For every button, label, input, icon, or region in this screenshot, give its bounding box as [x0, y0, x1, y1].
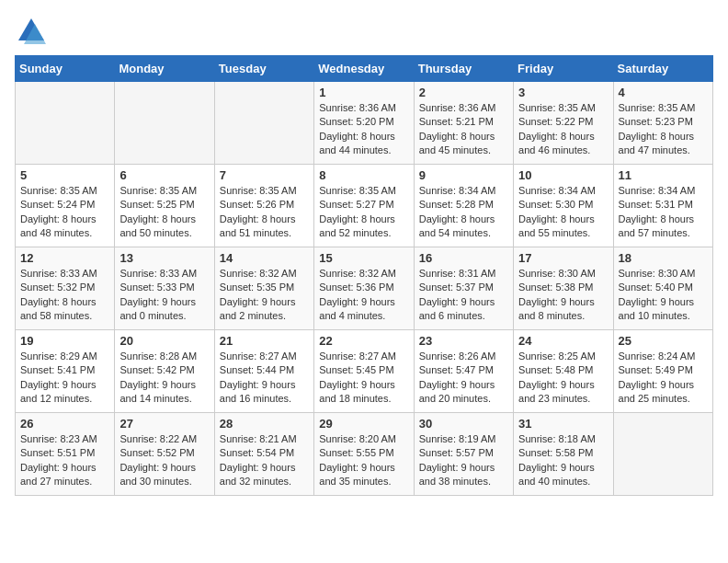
day-info: Sunrise: 8:19 AMSunset: 5:57 PMDaylight:…	[419, 432, 508, 489]
day-info: Sunrise: 8:27 AMSunset: 5:45 PMDaylight:…	[319, 350, 408, 407]
day-info: Sunrise: 8:33 AMSunset: 5:33 PMDaylight:…	[119, 267, 209, 324]
calendar-cell: 10Sunrise: 8:34 AMSunset: 5:30 PMDayligh…	[514, 165, 613, 247]
calendar-cell: 20Sunrise: 8:28 AMSunset: 5:42 PMDayligh…	[115, 330, 214, 413]
calendar-cell: 21Sunrise: 8:27 AMSunset: 5:44 PMDayligh…	[214, 330, 313, 413]
calendar-cell: 16Sunrise: 8:31 AMSunset: 5:37 PMDayligh…	[414, 247, 513, 330]
page-header	[15, 15, 713, 48]
day-info: Sunrise: 8:20 AMSunset: 5:55 PMDaylight:…	[319, 432, 408, 489]
day-info: Sunrise: 8:36 AMSunset: 5:20 PMDaylight:…	[319, 101, 408, 158]
weekday-header-row: SundayMondayTuesdayWednesdayThursdayFrid…	[16, 56, 713, 82]
day-info: Sunrise: 8:30 AMSunset: 5:38 PMDaylight:…	[518, 267, 608, 324]
day-info: Sunrise: 8:35 AMSunset: 5:27 PMDaylight:…	[319, 184, 408, 241]
day-number: 29	[319, 417, 408, 431]
weekday-header-saturday: Saturday	[613, 56, 712, 82]
calendar-cell: 24Sunrise: 8:25 AMSunset: 5:48 PMDayligh…	[514, 330, 613, 413]
calendar-cell: 19Sunrise: 8:29 AMSunset: 5:41 PMDayligh…	[16, 330, 115, 413]
calendar-cell: 14Sunrise: 8:32 AMSunset: 5:35 PMDayligh…	[214, 247, 313, 330]
weekday-header-thursday: Thursday	[414, 56, 513, 82]
calendar-cell: 29Sunrise: 8:20 AMSunset: 5:55 PMDayligh…	[314, 413, 414, 496]
calendar-cell: 26Sunrise: 8:23 AMSunset: 5:51 PMDayligh…	[16, 413, 115, 496]
week-row-3: 12Sunrise: 8:33 AMSunset: 5:32 PMDayligh…	[16, 247, 713, 330]
calendar-table: SundayMondayTuesdayWednesdayThursdayFrid…	[15, 55, 713, 496]
calendar-cell: 30Sunrise: 8:19 AMSunset: 5:57 PMDayligh…	[414, 413, 513, 496]
weekday-header-tuesday: Tuesday	[214, 56, 313, 82]
day-info: Sunrise: 8:35 AMSunset: 5:23 PMDaylight:…	[619, 101, 708, 158]
calendar-cell: 12Sunrise: 8:33 AMSunset: 5:32 PMDayligh…	[16, 247, 115, 330]
day-info: Sunrise: 8:36 AMSunset: 5:21 PMDaylight:…	[419, 101, 508, 158]
calendar-cell: 5Sunrise: 8:35 AMSunset: 5:24 PMDaylight…	[16, 165, 115, 247]
day-number: 5	[20, 168, 109, 182]
week-row-1: 1Sunrise: 8:36 AMSunset: 5:20 PMDaylight…	[16, 82, 713, 165]
calendar-cell: 7Sunrise: 8:35 AMSunset: 5:26 PMDaylight…	[214, 165, 313, 247]
day-number: 12	[20, 251, 109, 265]
day-number: 1	[319, 86, 408, 99]
calendar-cell	[214, 82, 313, 165]
day-info: Sunrise: 8:33 AMSunset: 5:32 PMDaylight:…	[20, 267, 109, 324]
day-info: Sunrise: 8:32 AMSunset: 5:35 PMDaylight:…	[220, 267, 309, 324]
calendar-cell: 4Sunrise: 8:35 AMSunset: 5:23 PMDaylight…	[613, 82, 712, 165]
calendar-cell	[115, 82, 214, 165]
day-number: 4	[619, 86, 708, 99]
calendar-cell: 3Sunrise: 8:35 AMSunset: 5:22 PMDaylight…	[514, 82, 613, 165]
calendar-cell	[613, 413, 712, 496]
day-info: Sunrise: 8:35 AMSunset: 5:24 PMDaylight:…	[20, 184, 109, 241]
calendar-cell: 9Sunrise: 8:34 AMSunset: 5:28 PMDaylight…	[414, 165, 513, 247]
day-info: Sunrise: 8:26 AMSunset: 5:47 PMDaylight:…	[419, 350, 508, 407]
day-number: 24	[518, 334, 608, 348]
weekday-header-sunday: Sunday	[16, 56, 115, 82]
day-number: 27	[119, 417, 209, 431]
day-info: Sunrise: 8:23 AMSunset: 5:51 PMDaylight:…	[20, 432, 109, 489]
day-number: 25	[619, 334, 708, 348]
day-info: Sunrise: 8:24 AMSunset: 5:49 PMDaylight:…	[619, 350, 708, 407]
day-number: 22	[319, 334, 408, 348]
day-number: 31	[518, 417, 608, 431]
day-info: Sunrise: 8:27 AMSunset: 5:44 PMDaylight:…	[220, 350, 309, 407]
week-row-2: 5Sunrise: 8:35 AMSunset: 5:24 PMDaylight…	[16, 165, 713, 247]
calendar-cell: 28Sunrise: 8:21 AMSunset: 5:54 PMDayligh…	[214, 413, 313, 496]
day-info: Sunrise: 8:18 AMSunset: 5:58 PMDaylight:…	[518, 432, 608, 489]
day-number: 15	[319, 251, 408, 265]
calendar-cell: 1Sunrise: 8:36 AMSunset: 5:20 PMDaylight…	[314, 82, 414, 165]
calendar-cell: 6Sunrise: 8:35 AMSunset: 5:25 PMDaylight…	[115, 165, 214, 247]
calendar-cell	[16, 82, 115, 165]
logo-icon	[15, 15, 48, 48]
day-number: 30	[419, 417, 508, 431]
day-info: Sunrise: 8:34 AMSunset: 5:28 PMDaylight:…	[419, 184, 508, 241]
day-info: Sunrise: 8:34 AMSunset: 5:30 PMDaylight:…	[518, 184, 608, 241]
logo	[15, 15, 51, 48]
day-number: 23	[419, 334, 508, 348]
week-row-4: 19Sunrise: 8:29 AMSunset: 5:41 PMDayligh…	[16, 330, 713, 413]
calendar-cell: 31Sunrise: 8:18 AMSunset: 5:58 PMDayligh…	[514, 413, 613, 496]
day-info: Sunrise: 8:21 AMSunset: 5:54 PMDaylight:…	[220, 432, 309, 489]
day-number: 9	[419, 168, 508, 182]
calendar-cell: 25Sunrise: 8:24 AMSunset: 5:49 PMDayligh…	[613, 330, 712, 413]
day-info: Sunrise: 8:34 AMSunset: 5:31 PMDaylight:…	[619, 184, 708, 241]
day-info: Sunrise: 8:25 AMSunset: 5:48 PMDaylight:…	[518, 350, 608, 407]
day-info: Sunrise: 8:28 AMSunset: 5:42 PMDaylight:…	[119, 350, 209, 407]
calendar-cell: 11Sunrise: 8:34 AMSunset: 5:31 PMDayligh…	[613, 165, 712, 247]
calendar-cell: 8Sunrise: 8:35 AMSunset: 5:27 PMDaylight…	[314, 165, 414, 247]
day-number: 26	[20, 417, 109, 431]
calendar-cell: 22Sunrise: 8:27 AMSunset: 5:45 PMDayligh…	[314, 330, 414, 413]
calendar-cell: 2Sunrise: 8:36 AMSunset: 5:21 PMDaylight…	[414, 82, 513, 165]
day-number: 14	[220, 251, 309, 265]
day-info: Sunrise: 8:32 AMSunset: 5:36 PMDaylight:…	[319, 267, 408, 324]
calendar-cell: 23Sunrise: 8:26 AMSunset: 5:47 PMDayligh…	[414, 330, 513, 413]
day-info: Sunrise: 8:30 AMSunset: 5:40 PMDaylight:…	[619, 267, 708, 324]
calendar-cell: 13Sunrise: 8:33 AMSunset: 5:33 PMDayligh…	[115, 247, 214, 330]
day-number: 16	[419, 251, 508, 265]
day-number: 2	[419, 86, 508, 99]
day-number: 13	[119, 251, 209, 265]
day-info: Sunrise: 8:22 AMSunset: 5:52 PMDaylight:…	[119, 432, 209, 489]
day-number: 19	[20, 334, 109, 348]
day-number: 10	[518, 168, 608, 182]
day-number: 20	[119, 334, 209, 348]
day-number: 3	[518, 86, 608, 99]
day-info: Sunrise: 8:31 AMSunset: 5:37 PMDaylight:…	[419, 267, 508, 324]
calendar-cell: 17Sunrise: 8:30 AMSunset: 5:38 PMDayligh…	[514, 247, 613, 330]
weekday-header-monday: Monday	[115, 56, 214, 82]
day-number: 8	[319, 168, 408, 182]
calendar-cell: 18Sunrise: 8:30 AMSunset: 5:40 PMDayligh…	[613, 247, 712, 330]
day-number: 17	[518, 251, 608, 265]
day-info: Sunrise: 8:35 AMSunset: 5:26 PMDaylight:…	[220, 184, 309, 241]
